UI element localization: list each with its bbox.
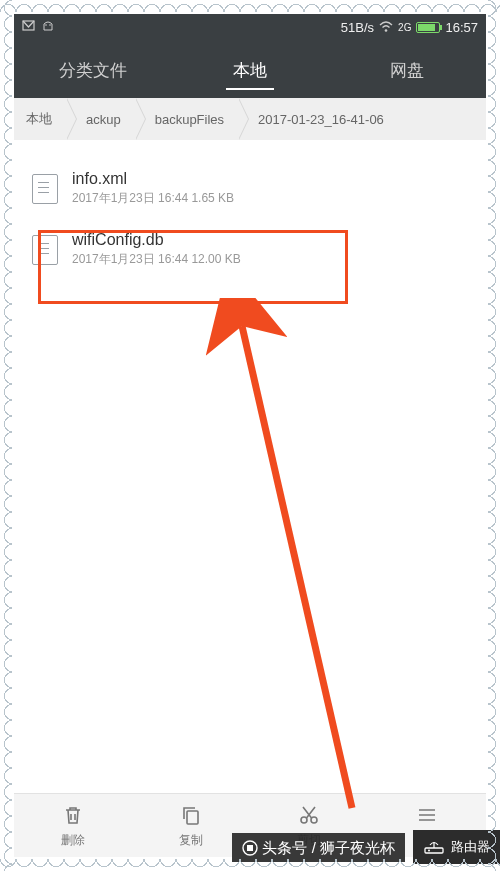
android-icon (41, 19, 55, 35)
svg-point-1 (45, 24, 47, 26)
network-speed: 51B/s (341, 20, 374, 35)
wifi-icon (379, 21, 393, 33)
notification-icon (22, 19, 35, 35)
battery-icon (416, 22, 440, 33)
svg-point-11 (428, 850, 430, 852)
router-icon (423, 838, 445, 856)
statusbar: 51B/s 2G 16:57 (14, 14, 486, 40)
svg-point-2 (49, 24, 51, 26)
file-meta: 2017年1月23日 16:44 12.00 KB (72, 251, 241, 268)
svg-rect-9 (247, 845, 253, 851)
file-name: info.xml (72, 170, 234, 188)
breadcrumb-item-3[interactable]: 2017-01-23_16-41-06 (238, 98, 398, 140)
router-badge: 路由器 (413, 830, 500, 864)
tool-label: 删除 (61, 832, 85, 849)
clock: 16:57 (445, 20, 478, 35)
breadcrumb-item-2[interactable]: backupFiles (135, 98, 238, 140)
top-tabs: 分类文件本地网盘 (14, 40, 486, 98)
file-row-1[interactable]: wifiConfig.db2017年1月23日 16:44 12.00 KB (14, 219, 486, 280)
svg-point-7 (311, 817, 317, 823)
breadcrumb-item-0[interactable]: 本地 (14, 98, 66, 140)
tab-1[interactable]: 本地 (171, 43, 328, 96)
svg-rect-10 (425, 848, 443, 853)
delete-icon (61, 803, 85, 830)
file-icon (32, 174, 58, 204)
svg-rect-5 (187, 811, 198, 824)
file-name: wifiConfig.db (72, 231, 241, 249)
copy-icon (179, 803, 203, 830)
app-screen: 51B/s 2G 16:57 分类文件本地网盘 本地ackupbackupFil… (14, 14, 486, 857)
annotation-arrow (104, 298, 384, 828)
file-list: info.xml2017年1月23日 16:44 1.65 KBwifiConf… (14, 140, 486, 793)
svg-line-4 (242, 326, 352, 808)
network-type: 2G (398, 22, 411, 33)
tab-0[interactable]: 分类文件 (14, 43, 171, 96)
file-meta: 2017年1月23日 16:44 1.65 KB (72, 190, 234, 207)
breadcrumb: 本地ackupbackupFiles2017-01-23_16-41-06 (14, 98, 486, 140)
tab-2[interactable]: 网盘 (329, 43, 486, 96)
svg-point-3 (385, 29, 388, 32)
svg-point-6 (301, 817, 307, 823)
file-icon (32, 235, 58, 265)
tool-label: 复制 (179, 832, 203, 849)
source-watermark: 头条号 / 狮子夜光杯 (232, 833, 405, 862)
file-row-0[interactable]: info.xml2017年1月23日 16:44 1.65 KB (14, 158, 486, 219)
overlay-footer: 头条号 / 狮子夜光杯 路由器 (232, 823, 500, 871)
tool-delete[interactable]: 删除 (14, 803, 132, 849)
